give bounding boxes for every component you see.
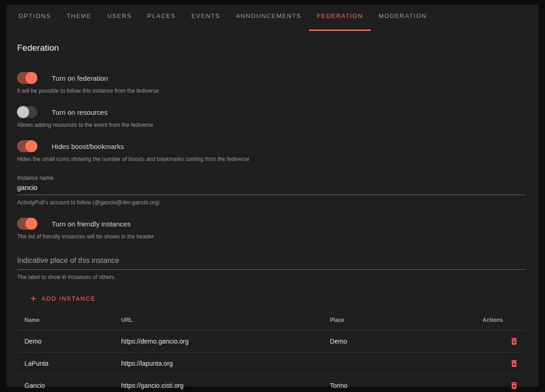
federation-toggle-hint: It will be possible to follow this insta…: [17, 88, 526, 94]
table-header-row: Name URL Place Actions: [17, 310, 526, 330]
instance-name-label: Instance name: [17, 175, 53, 181]
hide-boosts-toggle-label: Hides boost/bookmarks: [52, 143, 124, 150]
delete-forever-icon: [509, 337, 519, 346]
add-instance-button-label: ADD INSTANCE: [41, 295, 95, 302]
resources-toggle-label: Turn on resources: [52, 108, 107, 116]
instance-url-cell: https://lapunta.org: [114, 352, 323, 374]
federation-toggle[interactable]: [17, 72, 37, 84]
admin-panel-card: OPTIONS THEME USERS PLACES EVENTS ANNOUN…: [6, 5, 539, 386]
instance-place-cell: [322, 352, 475, 374]
instance-url-cell: https://demo.gancio.org: [114, 330, 323, 352]
tab-options[interactable]: OPTIONS: [11, 5, 59, 27]
friendly-toggle-label: Turn on friendly instances: [52, 220, 130, 228]
instance-name-cell: Gancio: [17, 374, 114, 392]
delete-forever-icon: [509, 381, 519, 390]
instance-name-field-group: Instance name ActivityPub's account to f…: [17, 173, 526, 206]
column-header-place: Place: [322, 310, 475, 330]
instance-place-hint: The label to show in instances of others: [17, 274, 526, 280]
page-title: Federation: [17, 43, 526, 53]
federation-toggle-label: Turn on federation: [52, 74, 108, 82]
federation-toggle-group: Turn on federation It will be possible t…: [17, 71, 526, 94]
resources-toggle-group: Turn on resources Allows adding resource…: [17, 106, 526, 128]
instance-name-input[interactable]: [17, 182, 526, 195]
table-row: LaPunta https://lapunta.org: [17, 352, 526, 374]
column-header-name: Name: [17, 310, 114, 330]
tab-theme[interactable]: THEME: [59, 5, 99, 27]
instance-name-cell: LaPunta: [17, 352, 114, 374]
tab-events[interactable]: EVENTS: [184, 5, 228, 27]
table-row: Demo https://demo.gancio.org Demo: [17, 330, 526, 352]
column-header-actions: Actions: [475, 310, 526, 330]
hide-boosts-toggle-group: Hides boost/bookmarks Hides the small ic…: [17, 140, 526, 162]
delete-forever-icon: [509, 359, 519, 368]
instance-name-cell: Demo: [17, 330, 114, 352]
trusted-instances-table: Name URL Place Actions Demo https://demo…: [17, 310, 526, 392]
tab-announcements[interactable]: ANNOUNCEMENTS: [228, 5, 309, 27]
instance-place-cell: Torino: [322, 374, 475, 392]
resources-toggle[interactable]: [17, 106, 37, 118]
resources-toggle-hint: Allows adding resources to the event fro…: [17, 122, 526, 128]
friendly-toggle[interactable]: [17, 218, 37, 230]
delete-instance-button[interactable]: [509, 337, 519, 346]
add-instance-button[interactable]: ADD INSTANCE: [25, 290, 99, 307]
tab-users[interactable]: USERS: [99, 5, 139, 27]
friendly-toggle-hint: The list of friendly instances will be s…: [17, 233, 526, 240]
tab-places[interactable]: PLACES: [140, 5, 184, 27]
instance-name-hint: ActivityPub's account to follow (@gancio…: [17, 199, 526, 206]
tab-federation[interactable]: FEDERATION: [309, 5, 371, 27]
instance-place-field-group: The label to show in instances of others: [17, 255, 526, 280]
toggle-knob: [17, 106, 29, 118]
hide-boosts-toggle-hint: Hides the small icons showing the number…: [17, 156, 526, 162]
federation-settings-panel: Federation Turn on federation It will be…: [6, 43, 539, 392]
admin-tabbar: OPTIONS THEME USERS PLACES EVENTS ANNOUN…: [6, 5, 539, 27]
delete-instance-button[interactable]: [509, 359, 519, 368]
instance-place-cell: Demo: [322, 330, 475, 352]
toggle-knob: [25, 140, 37, 152]
toggle-knob: [25, 72, 37, 84]
delete-instance-button[interactable]: [509, 381, 519, 390]
table-row: Gancio https://gancio.cisti.org Torino: [17, 374, 526, 392]
hide-boosts-toggle[interactable]: [17, 140, 37, 152]
instance-url-cell: https://gancio.cisti.org: [114, 374, 323, 392]
toggle-knob: [25, 218, 37, 230]
tab-moderation[interactable]: MODERATION: [371, 5, 434, 27]
column-header-url: URL: [114, 310, 323, 330]
plus-icon: [29, 294, 38, 303]
friendly-toggle-group: Turn on friendly instances The list of f…: [17, 217, 526, 240]
instance-place-input[interactable]: [17, 255, 526, 270]
